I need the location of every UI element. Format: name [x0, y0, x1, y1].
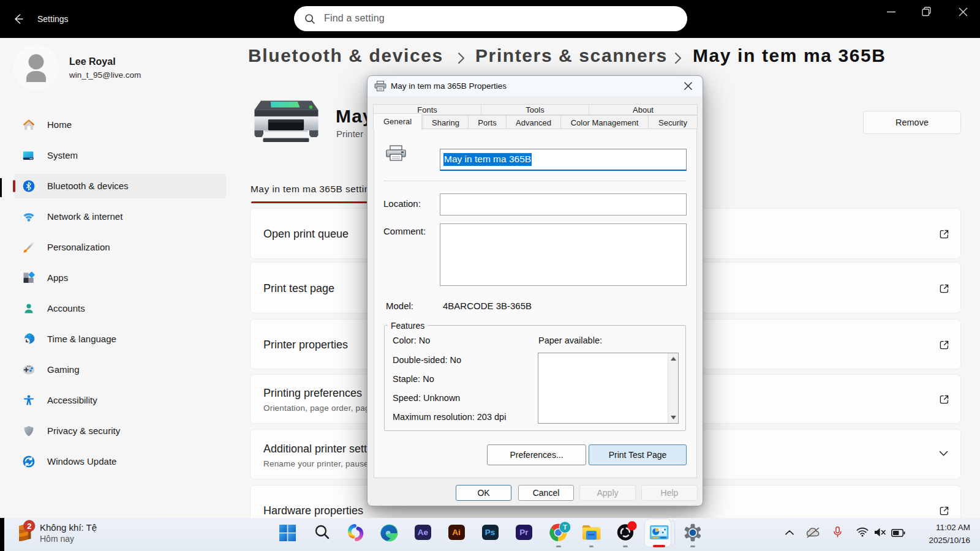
svg-text:T: T	[563, 523, 567, 531]
svg-text:2: 2	[27, 522, 31, 531]
